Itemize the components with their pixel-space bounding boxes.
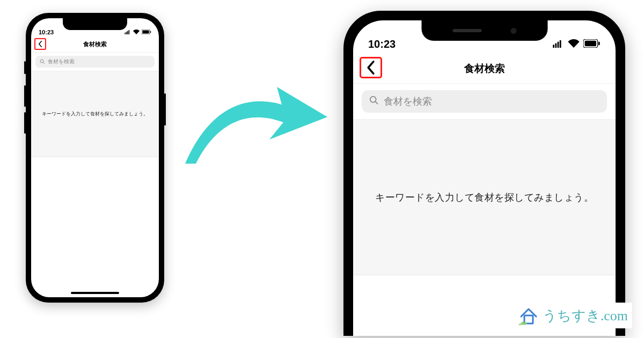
battery-icon — [142, 29, 151, 35]
search-placeholder: 食材を検索 — [48, 58, 75, 65]
svg-point-7 — [40, 60, 43, 63]
svg-rect-6 — [150, 31, 151, 33]
zoom-arrow-icon — [177, 54, 333, 172]
wifi-icon — [568, 38, 580, 50]
front-camera-icon — [510, 28, 516, 34]
volume-down-button — [24, 112, 26, 134]
phone-notch — [63, 18, 127, 30]
phone-mockup-zoom: 10:23 食材検索 — [343, 11, 625, 336]
search-icon — [369, 95, 379, 108]
svg-rect-1 — [126, 32, 127, 34]
power-button — [164, 93, 166, 126]
nav-bar: 食材検索 — [31, 36, 159, 53]
svg-rect-10 — [555, 43, 557, 48]
phone-notch — [421, 20, 547, 41]
search-bar-container: 食材を検索 — [31, 53, 159, 71]
svg-line-17 — [376, 101, 378, 104]
nav-bar: 食材検索 — [353, 54, 616, 84]
status-bar-time: 10:23 — [368, 38, 396, 50]
svg-rect-11 — [558, 42, 559, 48]
empty-state: キーワードを入力して食材を探してみましょう。 — [353, 120, 616, 275]
svg-line-8 — [43, 63, 45, 64]
back-button[interactable] — [34, 38, 46, 50]
phone-mockup-small: 10:23 食材検索 食材を検索 — [26, 13, 164, 303]
phone-screen: 10:23 食材検索 — [353, 20, 616, 336]
svg-point-16 — [370, 96, 376, 102]
status-bar-time: 10:23 — [39, 29, 54, 35]
battery-icon — [583, 38, 601, 50]
page-title: 食材検索 — [83, 40, 107, 48]
speaker-grille-icon — [452, 29, 481, 32]
svg-rect-14 — [585, 41, 596, 47]
empty-state-message: キーワードを入力して食材を探してみましょう。 — [375, 191, 594, 204]
mute-switch — [24, 61, 26, 74]
search-input[interactable]: 食材を検索 — [35, 56, 155, 68]
volume-up-button — [24, 85, 26, 107]
phone-screen: 10:23 食材検索 食材を検索 — [31, 18, 159, 297]
search-bar-container: 食材を検索 — [353, 84, 616, 120]
svg-rect-12 — [560, 40, 561, 48]
house-logo-icon — [518, 305, 539, 326]
home-indicator — [71, 292, 119, 294]
search-placeholder: 食材を検索 — [384, 95, 432, 108]
svg-rect-3 — [129, 30, 130, 34]
site-watermark: うちすき.com — [514, 303, 632, 328]
empty-state: キーワードを入力して食材を探してみましょう。 — [31, 71, 159, 157]
page-title: 食材検索 — [464, 62, 505, 76]
watermark-text: うちすき.com — [543, 306, 628, 325]
svg-rect-5 — [143, 31, 149, 34]
svg-rect-2 — [127, 31, 128, 34]
back-button[interactable] — [360, 57, 382, 78]
svg-rect-15 — [598, 42, 600, 46]
cellular-signal-icon — [552, 38, 564, 50]
empty-state-message: キーワードを入力して食材を探してみましょう。 — [42, 111, 148, 117]
svg-rect-9 — [553, 45, 554, 48]
svg-rect-0 — [125, 33, 126, 34]
wifi-icon — [133, 29, 140, 35]
search-input[interactable]: 食材を検索 — [362, 90, 607, 113]
cellular-signal-icon — [125, 29, 131, 35]
